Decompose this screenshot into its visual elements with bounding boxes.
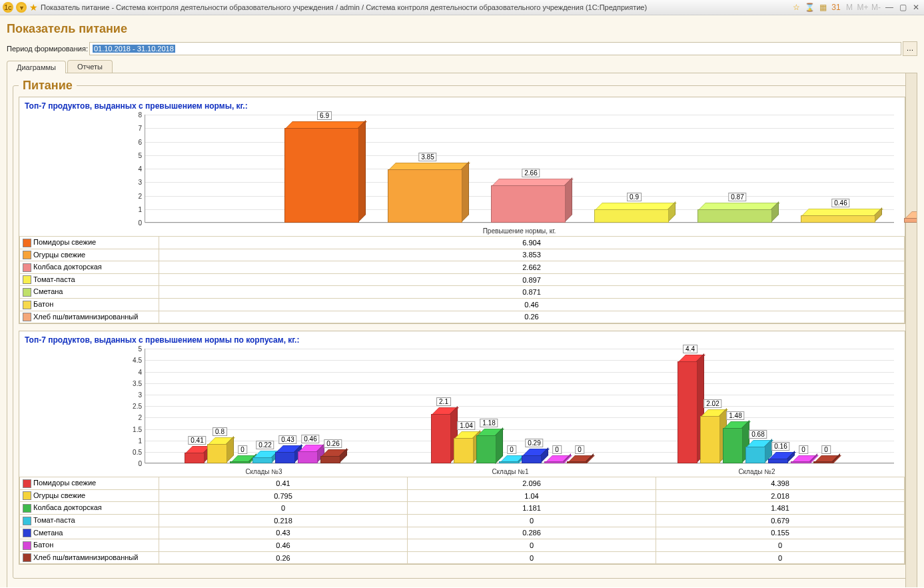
group-title: Питание (19, 79, 77, 93)
calculator-icon[interactable]: ▦ (817, 2, 828, 13)
app-menu-dropdown[interactable]: ▾ (16, 2, 27, 13)
maximize-button[interactable]: ▢ (897, 3, 908, 12)
memory-m-icon: M (844, 2, 855, 13)
history-icon[interactable]: ⌛ (804, 2, 815, 13)
memory-mplus-icon: M+ (857, 2, 868, 13)
period-label: Период формирования: (7, 45, 88, 53)
chart1-xlabel: Превышение нормы, кг. (483, 227, 556, 235)
period-input[interactable]: 01.10.2018 - 31.10.2018 (89, 42, 901, 55)
chart1-title: Топ-7 продуктов, выданных с превышением … (19, 97, 905, 112)
memory-mminus-icon: M- (871, 2, 881, 13)
chart1-table: Помидоры свежие6.904Огурцы свежие3.853Ко… (19, 236, 905, 323)
favorites-icon[interactable]: ☆ (791, 2, 801, 13)
tab-bar: Диаграммы Отчеты (7, 60, 917, 73)
chart2-table: Помидоры свежие0.412.0964.398Огурцы свеж… (19, 477, 905, 564)
chart2-canvas: 00.511.522.533.544.55 0.410.800.220.430.… (145, 349, 894, 475)
favorite-icon[interactable]: ★ (29, 2, 38, 13)
close-button[interactable]: ✕ (911, 3, 921, 12)
page-title: Показатель питание (7, 21, 917, 41)
calendar-icon[interactable]: 31 (831, 2, 841, 13)
chart2-block: Топ-7 продуктов, выданных с превышением … (19, 331, 905, 565)
period-select-button[interactable]: … (903, 41, 917, 56)
tab-diagrams[interactable]: Диаграммы (7, 61, 66, 73)
window-titlebar: 1c ▾ ★ Показатель питание - Система конт… (0, 0, 924, 15)
tab-reports[interactable]: Отчеты (67, 60, 113, 73)
tab-panel: Питание Топ-7 продуктов, выданных с прев… (7, 73, 917, 587)
minimize-button[interactable]: — (884, 3, 895, 12)
scrollbar[interactable] (905, 73, 917, 587)
chart1-canvas: 012345678 6.93.852.660.90.870.460.26 Пре… (145, 115, 894, 235)
chart2-title: Топ-7 продуктов, выданных с превышением … (19, 331, 905, 346)
app-icon[interactable]: 1c (3, 2, 13, 13)
period-value: 01.10.2018 - 31.10.2018 (93, 45, 175, 53)
group-nutrition: Питание Топ-7 продуктов, выданных с прев… (13, 79, 911, 579)
period-row: Период формирования: 01.10.2018 - 31.10.… (7, 41, 917, 56)
window-title: Показатель питание - Система контроля де… (41, 3, 788, 11)
chart1-block: Топ-7 продуктов, выданных с превышением … (19, 97, 905, 324)
